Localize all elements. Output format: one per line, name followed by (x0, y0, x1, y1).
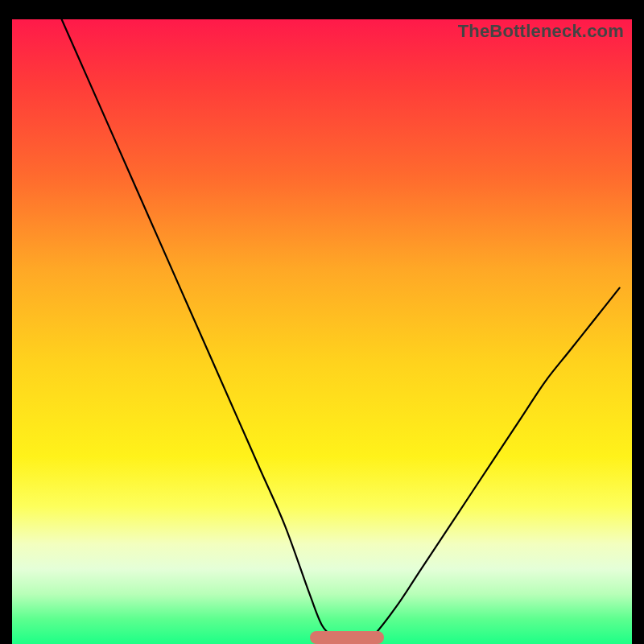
chart-plot-area: TheBottleneck.com (12, 19, 632, 644)
watermark-text: TheBottleneck.com (458, 21, 624, 42)
curve-path (62, 19, 620, 644)
bottleneck-curve (12, 19, 632, 644)
trough-marker (310, 631, 384, 644)
